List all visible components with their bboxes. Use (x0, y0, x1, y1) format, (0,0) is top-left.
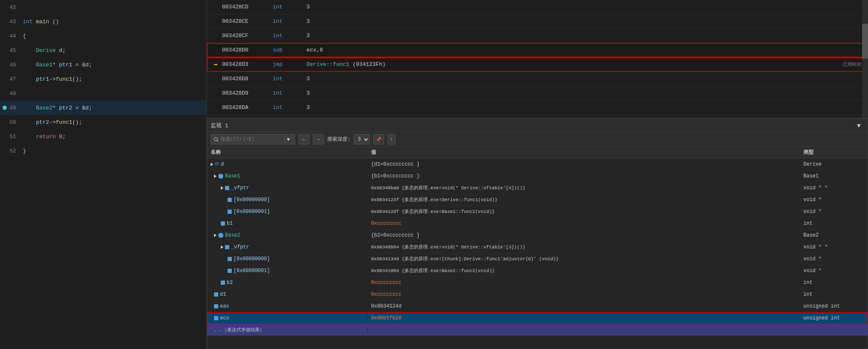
watch-value-base1: {b1=0xcccccccc } (368, 173, 800, 179)
watch-type-b1: int (800, 221, 868, 226)
disasm-row: 003428D8 int 3 (207, 72, 868, 86)
search-box[interactable]: ▼ (211, 134, 295, 145)
watch-name-d: ⟳ d (207, 161, 368, 167)
code-line-45: 45 Derive d; (0, 43, 206, 57)
var-name: ecx (220, 315, 229, 321)
code-content: Derive d; (23, 47, 203, 54)
right-panel: 003428CD int 3 003428CE int 3 003428CF i… (207, 0, 868, 349)
disasm-operand: ecx,8 (307, 47, 861, 53)
watch-value-b2-1: 0x003410b9 {多态的原理.exe!Base2::func2(void)… (368, 267, 800, 274)
code-content: return 0; (23, 134, 203, 140)
watch-name-b2: b2 (207, 280, 368, 286)
expand-icon (221, 245, 223, 249)
disasm-row: 003428D9 int 3 (207, 86, 868, 101)
watch-type-b1-0: void * (800, 197, 868, 203)
code-line-49: 49 Base2* ptr2 = &d; (0, 101, 206, 115)
code-content: { (23, 33, 203, 39)
disasm-row: 003428CF int 3 (207, 29, 868, 43)
disasm-extra: 已用时间 (843, 61, 861, 68)
watch-row-b1-0[interactable]: [0x00000000] 0x0034123f {多态的原理.exe!Deriv… (207, 194, 868, 206)
watch-type-ecx: unsigned int (800, 315, 868, 321)
watch-name-eax: eax (207, 303, 368, 309)
code-editor: 42 43 int main () 44 { 45 Derive d; 46 B… (0, 0, 207, 349)
disasm-row: 003428CE int 3 (207, 14, 868, 29)
pin-button[interactable]: 📌 (373, 134, 384, 145)
code-content: } (23, 148, 203, 154)
watch-type-eax: unsigned int (800, 303, 868, 309)
disasm-mnem: int (273, 33, 307, 39)
disasm-addr: 003428DA (222, 104, 273, 111)
watch-columns: 名称 值 类型 (207, 147, 868, 158)
col-type-header: 类型 (800, 149, 868, 156)
watch-row-expr[interactable]: ...（表达式求值结果） (207, 324, 868, 336)
depth-label: 搜索深度: (327, 136, 350, 143)
watch-row-base2[interactable]: Base2 {b2=0xcccccccc } Base2 (207, 229, 868, 241)
watch-title: 监视 1 (211, 122, 228, 129)
watch-row-eax[interactable]: eax 0x0034124d unsigned int (207, 300, 868, 312)
watch-type-b1-1: void * (800, 209, 868, 215)
watch-name-b1: b1 (207, 221, 368, 226)
code-content: ptr1->func1(); (23, 76, 203, 82)
search-forward-button[interactable]: → (313, 134, 324, 145)
watch-close-button[interactable]: ▼ (853, 121, 864, 130)
watch-row-b1-1[interactable]: [0x00000001] 0x003412df {多态的原理.exe!Base1… (207, 206, 868, 218)
watch-row-d1[interactable]: d1 0xcccccccc int (207, 289, 868, 300)
watch-type-base2: Base2 (800, 232, 868, 238)
watch-value-vfptr1: 0x00349ba0 {多态的原理.exe!void(* Derive::vft… (368, 185, 800, 191)
watch-name-expr: ...（表达式求值结果） (207, 327, 368, 333)
svg-line-1 (217, 140, 218, 142)
refresh-icon: ⟳ (215, 161, 219, 167)
watch-row-ecx[interactable]: ecx 0x00b5fb20 unsigned int (207, 312, 868, 324)
watch-row-vfptr2[interactable]: _vfptr 0x00349bb4 {多态的原理.exe!void(* Deri… (207, 241, 868, 253)
watch-name-base1: Base1 (207, 173, 368, 179)
watch-row-d[interactable]: ⟳ d {d1=0xcccccccc } Derive (207, 158, 868, 170)
watch-row-vfptr1[interactable]: _vfptr 0x00349ba0 {多态的原理.exe!void(* Deri… (207, 182, 868, 194)
search-dropdown-button[interactable]: ▼ (285, 134, 292, 145)
disasm-mnem: int (273, 18, 307, 25)
watch-row-base1[interactable]: Base1 {b1=0xcccccccc } Base1 (207, 170, 868, 182)
code-line-51: 51 return 0; (0, 129, 206, 144)
line-number: 49 (3, 105, 16, 111)
watch-row-b2[interactable]: b2 0xcccccccc int (207, 277, 868, 289)
watch-type-b2-0: void * (800, 256, 868, 262)
disasm-mnem: jmp (273, 61, 307, 68)
watch-name-vfptr1: _vfptr (207, 185, 368, 191)
watch-name-b1-1: [0x00000001] (207, 209, 368, 215)
watch-value-ecx: 0x00b5fb20 (368, 315, 800, 321)
disasm-operand: 3 (307, 18, 861, 25)
scrollbar-thumb[interactable] (862, 24, 868, 59)
expr-label: ...（表达式求值结果） (214, 327, 264, 333)
disasm-addr: 003428CE (222, 18, 273, 25)
scrollbar-track[interactable] (862, 0, 868, 118)
depth-select[interactable]: 3 1 2 4 5 (354, 134, 370, 145)
table-button[interactable]: ⊦ (388, 134, 396, 145)
disasm-addr: 003428D8 (222, 76, 273, 82)
watch-type-vfptr1: void * * (800, 185, 868, 191)
search-input[interactable] (220, 136, 283, 142)
line-number: 51 (3, 134, 16, 140)
disasm-row: 003428DA int 3 (207, 101, 868, 115)
search-back-button[interactable]: ← (298, 134, 309, 145)
watch-type-b2: int (800, 280, 868, 286)
code-content: ptr2->func1(); (23, 119, 203, 125)
code-line-42: 42 (0, 0, 206, 14)
watch-type-b2-1: void * (800, 268, 868, 274)
watch-row-b2-0[interactable]: [0x00000000] 0x0034134d {多态的原理.exe![thun… (207, 253, 868, 265)
disasm-operand: 3 (307, 104, 861, 111)
code-content: Base1* ptr1 = &d; (23, 62, 203, 68)
disasm-row-arrow: ➡ 003428D3 jmp Derive::func1 (034123Fh) … (207, 57, 868, 72)
search-icon (214, 137, 219, 142)
disasm-mnem: sub (273, 47, 307, 53)
watch-row-b1[interactable]: b1 0xcccccccc int (207, 218, 868, 229)
watch-name-d1: d1 (207, 292, 368, 297)
watch-type-d: Derive (800, 161, 868, 167)
watch-type-base1: Base1 (800, 173, 868, 179)
line-number: 43 (3, 19, 16, 25)
watch-row-b2-1[interactable]: [0x00000001] 0x003410b9 {多态的原理.exe!Base2… (207, 265, 868, 277)
code-line-48: 48 (0, 86, 206, 101)
disasm-mnem: int (273, 4, 307, 10)
expand-icon (214, 174, 217, 178)
watch-name-vfptr2: _vfptr (207, 244, 368, 250)
disasm-addr: 003428D3 (222, 61, 273, 68)
disasm-mnem: int (273, 76, 307, 82)
